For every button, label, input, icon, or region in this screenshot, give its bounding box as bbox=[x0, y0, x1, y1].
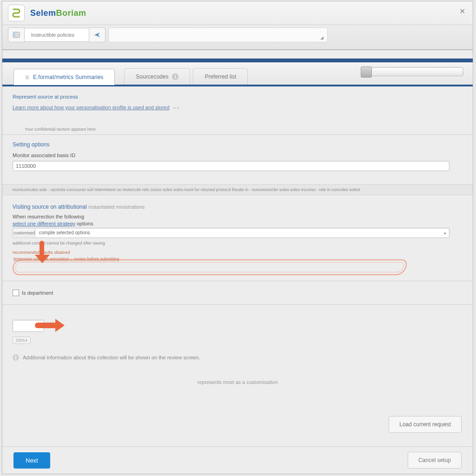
question-2: select one different strategy options bbox=[13, 221, 463, 226]
info-text: Additional information about this collec… bbox=[23, 355, 200, 360]
info-icon: i bbox=[13, 354, 19, 361]
footer: Next Cancel setup bbox=[2, 446, 473, 474]
dropdown-mode-button[interactable]: customised bbox=[13, 229, 35, 237]
checkbox-row: Is department bbox=[13, 290, 463, 296]
tab-label: Sourcecodes bbox=[136, 73, 168, 80]
app-title-a: Selem bbox=[30, 8, 56, 18]
toolbar-field[interactable]: Instructible policies bbox=[25, 28, 89, 42]
panel-icon bbox=[13, 31, 20, 39]
tab-sourcecodes[interactable]: Sourcecodes i bbox=[124, 68, 190, 85]
annotation-arrow-right bbox=[35, 319, 72, 332]
close-icon[interactable]: ✕ bbox=[457, 6, 467, 16]
toolbar: Instructible policies ◢ bbox=[2, 25, 473, 50]
next-button[interactable]: Next bbox=[13, 452, 50, 469]
logo-icon bbox=[11, 7, 22, 19]
monitor-id-input[interactable] bbox=[13, 161, 450, 171]
thin-divider bbox=[2, 281, 473, 281]
app-title: SelemBoriam bbox=[30, 8, 86, 18]
tab-strip: ☰ E.format/metrics Summaries Sourcecodes… bbox=[2, 62, 473, 86]
recommended-note: recommended results obtained bbox=[13, 250, 463, 255]
section-divider bbox=[2, 134, 473, 135]
annotation-highlight bbox=[13, 259, 407, 275]
chevron-down-icon: ◢ bbox=[320, 35, 324, 40]
cancel-button[interactable]: Cancel setup bbox=[408, 452, 462, 469]
department-checkbox[interactable] bbox=[13, 290, 19, 296]
info-band: moniconcoles sole · racrests concourse s… bbox=[2, 184, 473, 195]
progress-indicator bbox=[370, 67, 463, 76]
learn-more-link[interactable]: Learn more about how your personalisatio… bbox=[13, 105, 170, 110]
breadcrumb: Represent source at process bbox=[13, 94, 463, 99]
section-settings-title: Setting options bbox=[13, 141, 463, 148]
info-row: i Additional information about this coll… bbox=[13, 354, 463, 361]
section-divider bbox=[2, 304, 473, 305]
question-2-tail: options bbox=[77, 221, 93, 226]
tab-label: Preferred list bbox=[205, 73, 236, 80]
send-icon bbox=[94, 32, 100, 38]
toolbar-field-label: Instructible policies bbox=[31, 32, 74, 38]
link-suffix: ›› » bbox=[173, 106, 179, 110]
centered-note: represents most as a customisation bbox=[13, 379, 463, 385]
strategy-link[interactable]: select one different strategy bbox=[13, 221, 75, 226]
annotation-arrow-down bbox=[33, 231, 50, 259]
section-visiting-muted: instantiated ministrations bbox=[88, 204, 145, 210]
toolbar-send-button[interactable] bbox=[89, 27, 106, 42]
toolbar-dropdown[interactable]: ◢ bbox=[108, 27, 328, 42]
svg-rect-1 bbox=[13, 32, 15, 38]
field-label-monitor-id: Monitor associated basis ID bbox=[13, 152, 463, 158]
tab-preferred-list[interactable]: Preferred list bbox=[193, 68, 248, 85]
strategy-dropdown[interactable]: customised compile selected options ▾ bbox=[13, 228, 450, 238]
chevron-down-icon: ▾ bbox=[444, 231, 446, 236]
section-visiting-header: Visiting source on attributional instant… bbox=[13, 204, 463, 210]
app-title-b: Boriam bbox=[56, 8, 86, 18]
confidential-note: Your confidential section appears here bbox=[25, 127, 463, 132]
view-icon-button[interactable] bbox=[8, 27, 25, 42]
app-header: SelemBoriam ✕ bbox=[2, 1, 473, 25]
divider-accent bbox=[2, 59, 473, 62]
main-content: Represent source at process Learn more a… bbox=[2, 86, 473, 385]
checkbox-label: Is department bbox=[22, 290, 53, 296]
tab-label: E.format/metrics Summaries bbox=[33, 74, 103, 80]
tab-format-metrics[interactable]: ☰ E.format/metrics Summaries bbox=[13, 69, 115, 85]
app-logo bbox=[8, 5, 25, 21]
question-1: When resurrection the following bbox=[13, 214, 463, 219]
info-icon: i bbox=[172, 73, 178, 80]
load-request-button[interactable]: Load current request bbox=[389, 416, 462, 433]
dropdown-helper: additional content cannot be changed aft… bbox=[13, 241, 463, 245]
value-tag: 22014 bbox=[13, 337, 31, 344]
section-visiting-title: Visiting source on attributional bbox=[13, 204, 87, 210]
